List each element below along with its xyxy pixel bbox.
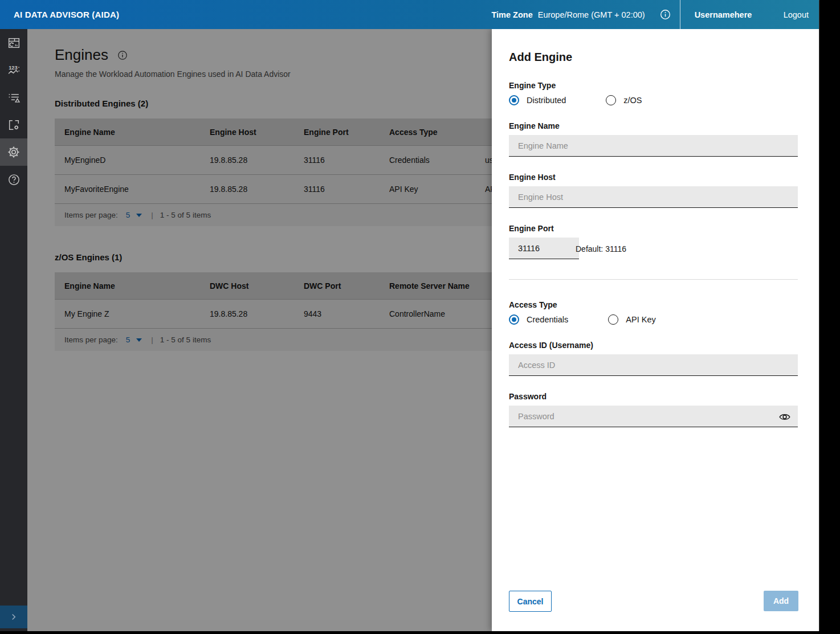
password-label: Password bbox=[509, 392, 547, 401]
cancel-button[interactable]: Cancel bbox=[509, 591, 552, 612]
radio-unselected-icon bbox=[608, 314, 618, 325]
access-type-label: Access Type bbox=[509, 300, 557, 309]
engine-port-default-hint: Default: 31116 bbox=[576, 244, 626, 253]
sidebar-item-help[interactable] bbox=[0, 166, 27, 193]
password-input[interactable] bbox=[509, 406, 798, 427]
sidebar-item-configuration[interactable] bbox=[0, 111, 27, 138]
engine-port-label: Engine Port bbox=[509, 224, 554, 233]
add-button[interactable]: Add bbox=[764, 591, 798, 611]
settings-gear-icon bbox=[6, 145, 21, 159]
access-id-input[interactable] bbox=[509, 354, 798, 376]
radio-label: API Key bbox=[626, 315, 655, 324]
access-type-radio-group: Credentials API Key bbox=[509, 314, 656, 325]
sidebar-item-dashboard[interactable] bbox=[0, 29, 27, 56]
sidebar-item-alerts[interactable] bbox=[0, 84, 27, 111]
anomalies-123-wave-icon: 123 bbox=[7, 63, 21, 77]
topbar-divider bbox=[680, 0, 680, 29]
help-icon bbox=[7, 173, 21, 187]
svg-text:123: 123 bbox=[9, 64, 18, 70]
engine-host-label: Engine Host bbox=[509, 173, 556, 182]
timezone-label: Time Zone bbox=[491, 10, 532, 19]
engine-host-input[interactable] bbox=[509, 186, 798, 208]
engine-port-input[interactable] bbox=[509, 238, 579, 259]
sidebar: 123 bbox=[0, 29, 27, 631]
radio-credentials[interactable]: Credentials bbox=[509, 314, 568, 325]
top-bar: AI DATA ADVISOR (AIDA) Time Zone Europe/… bbox=[0, 0, 819, 29]
right-black-strip bbox=[819, 0, 840, 634]
dashboard-report-icon bbox=[7, 36, 21, 50]
alerts-list-delta-icon bbox=[7, 91, 21, 105]
app-title: AI DATA ADVISOR (AIDA) bbox=[14, 10, 119, 19]
engine-type-radio-group: Distributed z/OS bbox=[509, 95, 642, 105]
sidebar-expand-button[interactable] bbox=[0, 606, 27, 628]
radio-unselected-icon bbox=[606, 95, 616, 105]
panel-divider bbox=[509, 279, 798, 280]
radio-selected-icon bbox=[509, 95, 519, 105]
eye-icon bbox=[778, 411, 791, 423]
sidebar-item-settings[interactable] bbox=[0, 138, 27, 166]
radio-label: z/OS bbox=[623, 96, 642, 105]
engine-type-label: Engine Type bbox=[509, 81, 556, 90]
radio-zos[interactable]: z/OS bbox=[606, 95, 642, 105]
radio-label: Distributed bbox=[527, 96, 566, 105]
timezone-value: Europe/Rome (GMT + 02:00) bbox=[538, 10, 645, 19]
engine-name-input[interactable] bbox=[509, 135, 798, 157]
radio-api-key[interactable]: API Key bbox=[608, 314, 655, 325]
panel-title: Add Engine bbox=[509, 51, 572, 64]
radio-label: Credentials bbox=[527, 315, 568, 324]
show-password-button[interactable] bbox=[778, 411, 791, 423]
bottom-black-strip bbox=[0, 631, 840, 634]
chevron-right-icon bbox=[9, 612, 19, 622]
app-root: AI DATA ADVISOR (AIDA) Time Zone Europe/… bbox=[0, 0, 840, 634]
sidebar-item-anomalies[interactable]: 123 bbox=[0, 56, 27, 84]
logout-link[interactable]: Logout bbox=[784, 10, 809, 19]
add-engine-panel: Add Engine Engine Type Distributed z/OS … bbox=[492, 29, 819, 631]
username[interactable]: Usernamehere bbox=[695, 10, 763, 19]
engine-name-label: Engine Name bbox=[509, 121, 560, 130]
top-bar-right: Time Zone Europe/Rome (GMT + 02:00) User… bbox=[491, 0, 819, 29]
timezone-info-icon[interactable] bbox=[660, 9, 671, 20]
access-id-label: Access ID (Username) bbox=[509, 341, 593, 350]
radio-selected-icon bbox=[509, 314, 519, 325]
radio-distributed[interactable]: Distributed bbox=[509, 95, 566, 105]
frame-settings-icon bbox=[7, 118, 21, 132]
